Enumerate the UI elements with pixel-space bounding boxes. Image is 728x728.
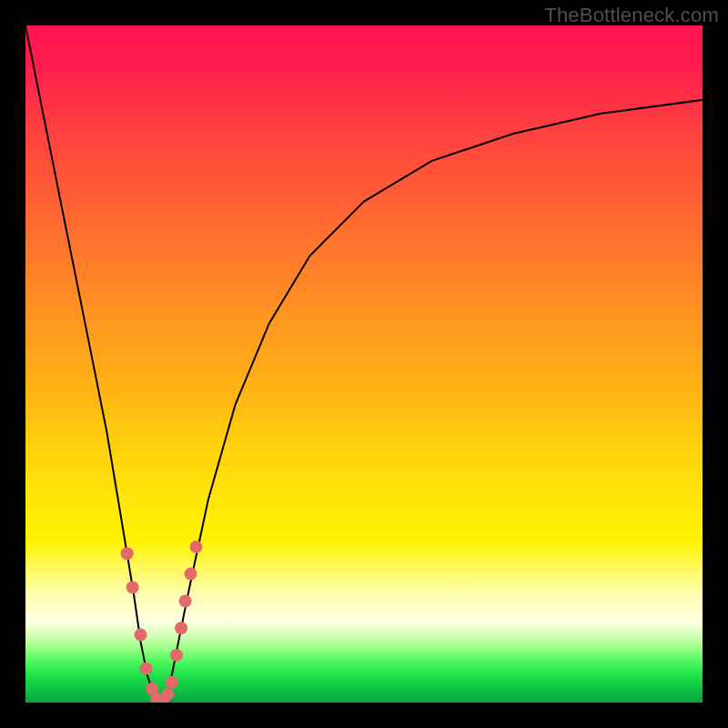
chart-svg bbox=[25, 25, 703, 703]
highlight-dot bbox=[135, 629, 147, 642]
bottleneck-curve bbox=[25, 25, 703, 703]
highlight-dot bbox=[175, 622, 187, 634]
highlight-dot bbox=[179, 594, 192, 607]
highlight-dot bbox=[139, 662, 152, 675]
plot-area bbox=[25, 25, 703, 703]
chart-frame: TheBottleneck.com bbox=[0, 0, 728, 728]
highlight-dot bbox=[190, 541, 203, 553]
highlight-dot bbox=[170, 649, 183, 662]
highlight-dot bbox=[161, 688, 174, 701]
highlight-dot bbox=[126, 581, 139, 594]
watermark-text: TheBottleneck.com bbox=[544, 4, 719, 27]
highlight-dots-group bbox=[121, 541, 203, 703]
highlight-dot bbox=[185, 568, 197, 581]
highlight-dot bbox=[121, 547, 134, 560]
highlight-dot bbox=[166, 676, 178, 689]
